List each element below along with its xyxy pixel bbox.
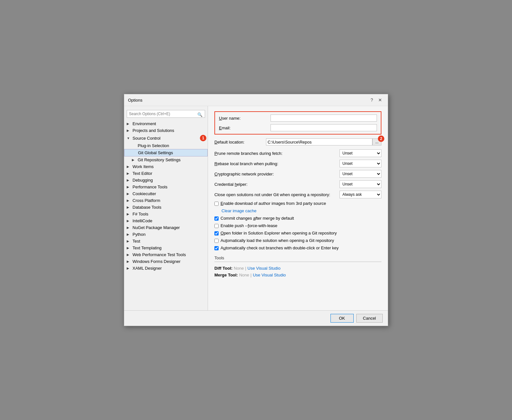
sidebar-item-label: IntelliCode — [133, 218, 206, 223]
arrow-text-templating: ▶ — [127, 246, 132, 250]
cancel-button[interactable]: Cancel — [356, 314, 383, 323]
enable-push-checkbox[interactable] — [214, 224, 219, 228]
close-solutions-dropdown[interactable]: Always ask Yes No — [340, 191, 381, 198]
arrow-text-editor: ▶ — [127, 172, 132, 175]
credential-dropdown[interactable]: Unset GCM Core GCM — [340, 180, 381, 188]
default-location-label: Default location: — [214, 140, 266, 145]
badge-1: 1 — [200, 135, 206, 141]
crypto-dropdown[interactable]: Unset OpenSSL Secure Channel — [340, 170, 381, 178]
browse-button[interactable]: ... 2 — [372, 138, 381, 145]
left-panel: 🔍 ▶ Environment ▶ Projects and Solutions… — [124, 106, 208, 310]
open-folder-checkbox[interactable] — [214, 231, 219, 235]
commit-changes-checkbox[interactable] — [214, 216, 219, 221]
sidebar-item-label: Database Tools — [133, 205, 206, 210]
sidebar-item-label: Environment — [133, 121, 206, 126]
sidebar-item-label: Work Items — [133, 164, 206, 169]
diff-visual-studio-link[interactable]: Use Visual Studio — [248, 266, 281, 271]
arrow-git-repo: ▶ — [132, 158, 137, 162]
sidebar-item-cookiecutter[interactable]: ▶ Cookiecutter — [124, 190, 208, 197]
arrow-environment: ▶ — [127, 122, 132, 125]
default-location-row: Default location: ... 2 — [214, 138, 381, 145]
email-input[interactable] — [271, 124, 377, 131]
sidebar-item-label: Web Performance Test Tools — [133, 252, 206, 257]
username-row: User name: — [219, 115, 377, 122]
close-button[interactable]: ✕ — [376, 97, 384, 103]
search-input[interactable] — [127, 110, 205, 118]
sidebar-item-projects-solutions[interactable]: ▶ Projects and Solutions — [124, 127, 208, 134]
tools-section-label: Tools — [214, 255, 381, 260]
crypto-row: Cryptographic network provider: Unset Op… — [214, 170, 381, 178]
rebase-row: Rebase local branch when pulling: Unset … — [214, 160, 381, 167]
tools-divider — [214, 262, 381, 262]
sidebar-item-python[interactable]: ▶ Python — [124, 231, 208, 238]
sidebar-item-test[interactable]: ▶ Test — [124, 238, 208, 245]
sidebar-item-label: Performance Tools — [133, 185, 206, 189]
diff-tool-row: Diff Tool: None | Use Visual Studio — [214, 266, 381, 271]
enable-push-row: Enable push --force-with-lease — [214, 223, 381, 228]
rebase-dropdown[interactable]: Unset True False — [340, 160, 381, 167]
sidebar-item-intellicode[interactable]: ▶ IntelliCode — [124, 217, 208, 224]
sidebar-item-cross-platform[interactable]: ▶ Cross Platform — [124, 197, 208, 204]
merge-visual-studio-link[interactable]: Use Visual Studio — [253, 273, 286, 277]
prune-dropdown[interactable]: Unset True False — [340, 149, 381, 157]
auto-checkout-checkbox[interactable] — [214, 246, 219, 250]
arrow-performance: ▶ — [127, 185, 132, 189]
sidebar-item-environment[interactable]: ▶ Environment — [124, 120, 208, 127]
sidebar-item-nuget[interactable]: ▶ NuGet Package Manager — [124, 224, 208, 231]
ok-button[interactable]: OK — [330, 314, 354, 323]
prune-row: Prune remote branches during fetch: Unse… — [214, 149, 381, 157]
email-row: Email: — [219, 124, 377, 131]
sidebar-item-source-control[interactable]: ▼ Source Control 1 — [124, 134, 208, 142]
sidebar-item-label: Windows Forms Designer — [133, 259, 206, 264]
auto-load-checkbox[interactable] — [214, 239, 219, 243]
sidebar-item-windows-forms[interactable]: ▶ Windows Forms Designer — [124, 258, 208, 265]
enable-images-label: Enable download of author images from 3r… — [221, 201, 326, 206]
sidebar-item-work-items[interactable]: ▶ Work Items — [124, 163, 208, 170]
username-label: User name: — [219, 116, 271, 121]
rebase-label: Rebase local branch when pulling: — [214, 161, 340, 166]
title-bar: Options ? ✕ — [124, 94, 388, 106]
sidebar-item-plugin-selection[interactable]: Plug-in Selection — [124, 142, 208, 149]
right-panel: User name: Email: Default location: ... … — [208, 106, 388, 310]
username-input[interactable] — [271, 115, 377, 122]
sidebar-item-git-repo-settings[interactable]: ▶ Git Repository Settings — [124, 156, 208, 163]
arrow-intellicode: ▶ — [127, 219, 132, 223]
sidebar-item-label: Plug-in Selection — [138, 143, 206, 148]
close-solutions-label: Close open solutions not under Git when … — [214, 192, 340, 197]
enable-images-checkbox[interactable] — [214, 202, 219, 206]
auto-checkout-label: Automatically check out branches with do… — [221, 245, 339, 250]
sidebar-item-label: Git Global Settings — [138, 150, 206, 155]
merge-tool-label: Merge Tool: — [214, 273, 238, 277]
sidebar-item-git-global-settings[interactable]: Git Global Settings — [124, 149, 208, 156]
sidebar-item-debugging[interactable]: ▶ Debugging — [124, 177, 208, 184]
sidebar-item-performance-tools[interactable]: ▶ Performance Tools — [124, 184, 208, 190]
arrow-windows-forms: ▶ — [127, 260, 132, 263]
clear-cache-row: Clear image cache — [214, 208, 381, 213]
arrow-database: ▶ — [127, 205, 132, 209]
arrow-nuget: ▶ — [127, 226, 132, 229]
search-box-container: 🔍 — [124, 109, 208, 120]
clear-cache-link[interactable]: Clear image cache — [222, 208, 256, 213]
sidebar-item-label: Text Editor — [133, 171, 206, 176]
diff-none-value: None — [234, 266, 244, 271]
sidebar-item-label: Python — [133, 232, 206, 237]
sidebar-item-web-perf-test[interactable]: ▶ Web Performance Test Tools — [124, 251, 208, 258]
sidebar-item-text-templating[interactable]: ▶ Text Templating — [124, 245, 208, 251]
help-button[interactable]: ? — [369, 97, 375, 103]
arrow-source-control: ▼ — [127, 136, 132, 140]
sidebar-item-label: NuGet Package Manager — [133, 225, 206, 230]
sidebar-item-label: Cookiecutter — [133, 191, 206, 196]
auto-load-label: Automatically load the solution when ope… — [221, 238, 334, 243]
enable-images-row: Enable download of author images from 3r… — [214, 201, 381, 206]
sidebar-item-label: Projects and Solutions — [133, 128, 206, 133]
sidebar-item-database-tools[interactable]: ▶ Database Tools — [124, 204, 208, 211]
tools-section: Tools — [214, 255, 381, 262]
sidebar-item-text-editor[interactable]: ▶ Text Editor — [124, 170, 208, 177]
merge-separator: | — [251, 273, 251, 277]
diff-tool-label: Diff Tool: — [214, 266, 232, 271]
default-location-input[interactable] — [266, 138, 372, 145]
arrow-git-global — [132, 151, 137, 155]
sidebar-item-fsharp-tools[interactable]: ▶ F# Tools — [124, 211, 208, 217]
dialog-title: Options — [128, 98, 143, 103]
sidebar-item-xaml-designer[interactable]: ▶ XAML Designer — [124, 265, 208, 272]
